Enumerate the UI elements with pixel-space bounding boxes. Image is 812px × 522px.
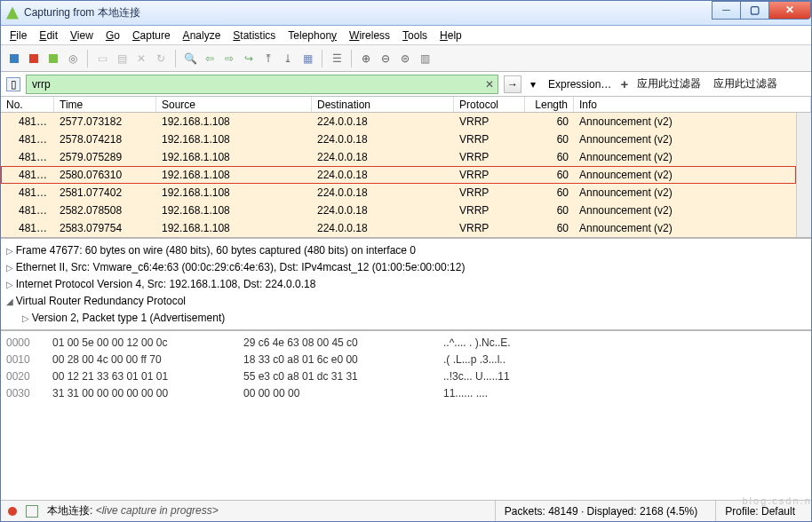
apply-filter-button[interactable]: 应用此过滤器: [633, 76, 705, 91]
packet-row[interactable]: 481…2578.074218192.168.1.108224.0.0.18VR…: [1, 130, 796, 148]
close-file-icon[interactable]: ✕: [133, 51, 149, 67]
packet-list-scrollbar[interactable]: [796, 113, 811, 237]
jump-packet-icon[interactable]: ↪: [241, 51, 257, 67]
col-header-no[interactable]: No.: [1, 97, 54, 112]
zoom-out-icon[interactable]: ⊖: [378, 51, 394, 67]
display-filter-input[interactable]: [27, 78, 482, 91]
expression-button[interactable]: Expression…: [545, 78, 615, 91]
tree-ip[interactable]: Internet Protocol Version 4, Src: 192.16…: [6, 276, 806, 293]
col-header-source[interactable]: Source: [156, 97, 312, 112]
apply-filter-arrow-icon[interactable]: →: [504, 75, 521, 93]
colorize-icon[interactable]: ☰: [329, 51, 345, 67]
packet-row[interactable]: 481…2580.076310192.168.1.108224.0.0.18VR…: [1, 166, 796, 184]
zoom-in-icon[interactable]: ⊕: [358, 51, 374, 67]
col-header-protocol[interactable]: Protocol: [454, 97, 525, 112]
clear-filter-icon[interactable]: ✕: [482, 78, 498, 91]
hex-row[interactable]: 001000 28 00 4c 00 00 ff 7018 33 c0 a8 0…: [6, 352, 806, 368]
minimize-button[interactable]: ─: [712, 1, 741, 20]
stop-capture-icon[interactable]: [26, 51, 42, 67]
status-profile[interactable]: Profile: Default: [715, 501, 804, 521]
save-file-icon[interactable]: ▤: [114, 51, 130, 67]
bookmark-filter-icon[interactable]: ▯: [6, 77, 20, 91]
menu-go[interactable]: Go: [106, 29, 120, 42]
hex-row[interactable]: 000001 00 5e 00 00 12 00 0c29 c6 4e 63 0…: [6, 335, 806, 352]
go-back-icon[interactable]: ⇦: [202, 51, 218, 67]
filter-bar: ▯ ✕ → ▾ Expression… + 应用此过滤器 应用此过滤器: [1, 72, 811, 97]
menu-help[interactable]: Help: [440, 29, 462, 42]
packet-list-pane: No. Time Source Destination Protocol Len…: [1, 97, 811, 239]
menu-analyze[interactable]: Analyze: [183, 29, 221, 42]
find-packet-icon[interactable]: 🔍: [182, 51, 198, 67]
menu-edit[interactable]: Edit: [39, 29, 58, 42]
packet-bytes-pane[interactable]: 000001 00 5e 00 00 12 00 0c29 c6 4e 63 0…: [1, 331, 811, 500]
packet-row[interactable]: 481…2582.078508192.168.1.108224.0.0.18VR…: [1, 202, 796, 219]
status-interface: 本地连接:: [47, 504, 92, 517]
col-header-time[interactable]: Time: [54, 97, 156, 112]
tree-frame[interactable]: Frame 47677: 60 bytes on wire (480 bits)…: [6, 242, 806, 259]
packet-row[interactable]: 481…2583.079754192.168.1.108224.0.0.18VR…: [1, 219, 796, 237]
menu-statistics[interactable]: Statistics: [233, 29, 275, 42]
resize-cols-icon[interactable]: ▥: [417, 51, 433, 67]
tree-ethernet[interactable]: Ethernet II, Src: Vmware_c6:4e:63 (00:0c…: [6, 259, 806, 276]
col-header-destination[interactable]: Destination: [312, 97, 454, 112]
packet-list-header[interactable]: No. Time Source Destination Protocol Len…: [1, 97, 811, 113]
packet-details-pane[interactable]: Frame 47677: 60 bytes on wire (480 bits)…: [1, 239, 811, 331]
go-forward-icon[interactable]: ⇨: [221, 51, 237, 67]
reload-icon[interactable]: ↻: [153, 51, 169, 67]
col-header-length[interactable]: Length: [525, 97, 574, 112]
first-packet-icon[interactable]: ⤒: [260, 51, 276, 67]
add-filter-button[interactable]: +: [620, 76, 628, 91]
zoom-reset-icon[interactable]: ⊜: [397, 51, 413, 67]
status-bar: 本地连接: <live capture in progress> Packets…: [1, 500, 811, 521]
start-capture-icon[interactable]: [6, 51, 22, 67]
menu-tools[interactable]: Tools: [402, 29, 427, 42]
auto-scroll-icon[interactable]: ▦: [299, 51, 315, 67]
col-header-info[interactable]: Info: [574, 97, 811, 112]
close-button[interactable]: ✕: [768, 1, 811, 20]
apply-filter-button-2[interactable]: 应用此过滤器: [710, 76, 781, 91]
status-packets: Packets: 48149 · Displayed: 2168 (4.5%): [495, 501, 706, 521]
menu-view[interactable]: View: [70, 29, 93, 42]
restart-capture-icon[interactable]: [45, 51, 61, 67]
menu-telephony[interactable]: Telephony: [288, 29, 337, 42]
packet-row[interactable]: 481…2577.073182192.168.1.108224.0.0.18VR…: [1, 113, 796, 130]
menu-capture[interactable]: Capture: [132, 29, 171, 42]
last-packet-icon[interactable]: ⤓: [280, 51, 296, 67]
capture-file-icon[interactable]: [26, 505, 38, 518]
maximize-button[interactable]: ▢: [740, 1, 769, 20]
hex-row[interactable]: 003031 31 00 00 00 00 00 0000 00 00 0011…: [6, 385, 806, 402]
capture-options-icon[interactable]: ◎: [65, 51, 81, 67]
tree-vrrp-version[interactable]: Version 2, Packet type 1 (Advertisement): [6, 310, 806, 327]
expert-info-icon[interactable]: [8, 507, 17, 516]
open-file-icon[interactable]: ▭: [94, 51, 110, 67]
menu-bar: File Edit View Go Capture Analyze Statis…: [1, 26, 811, 45]
status-live: <live capture in progress>: [96, 504, 219, 517]
menu-file[interactable]: File: [10, 29, 27, 42]
hex-row[interactable]: 002000 12 21 33 63 01 01 0155 e3 c0 a8 0…: [6, 368, 806, 385]
title-bar[interactable]: Capturing from 本地连接 ─ ▢ ✕: [1, 1, 811, 26]
toolbar: ◎ ▭ ▤ ✕ ↻ 🔍 ⇦ ⇨ ↪ ⤒ ⤓ ▦ ☰ ⊕ ⊖ ⊜ ▥: [1, 45, 811, 72]
tree-vrrp[interactable]: Virtual Router Redundancy Protocol: [6, 293, 806, 310]
wireshark-icon: [6, 7, 19, 20]
window-title: Capturing from 本地连接: [24, 5, 712, 20]
packet-row[interactable]: 481…2581.077402192.168.1.108224.0.0.18VR…: [1, 184, 796, 202]
packet-row[interactable]: 481…2579.075289192.168.1.108224.0.0.18VR…: [1, 148, 796, 166]
recent-filters-dropdown[interactable]: ▾: [527, 75, 539, 93]
menu-wireless[interactable]: Wireless: [349, 29, 390, 42]
